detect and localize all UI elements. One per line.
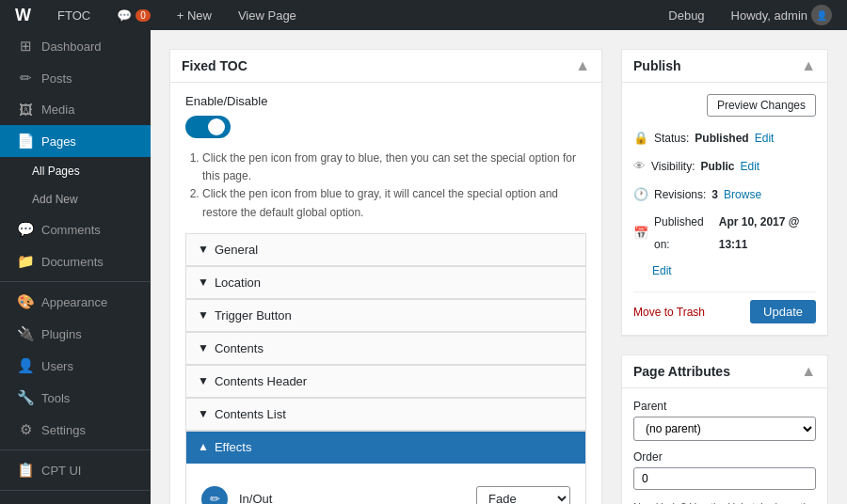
accordion-location: ▼ Location [185, 266, 586, 300]
users-icon: 👤 [17, 357, 34, 374]
accordion-contents-list-arrow: ▼ [198, 407, 209, 420]
instruction-2: Click the pen icon from blue to gray, it… [202, 185, 586, 221]
order-field: Order [633, 450, 816, 490]
status-icon: 🔒 [633, 126, 648, 150]
accordion-location-arrow: ▼ [198, 276, 209, 289]
publish-title: Publish [633, 58, 681, 73]
sidebar-item-comments[interactable]: 💬 Comments [0, 213, 151, 245]
help-text: Need help? Use the Help tab above the sc… [633, 499, 816, 504]
site-name[interactable]: FTOC [50, 0, 98, 30]
visibility-row: 👁 Visibility: Public Edit [633, 154, 816, 179]
sidebar-item-all-pages[interactable]: All Pages [0, 157, 151, 185]
postbox-toggle-button[interactable]: ▲ [575, 57, 590, 74]
accordion-contents-arrow: ▼ [198, 341, 209, 354]
accordion-contents-list: ▼ Contents List [185, 398, 586, 432]
status-edit-link[interactable]: Edit [755, 127, 775, 150]
publish-actions: Preview Changes [633, 94, 816, 117]
accordion-contents-list-header[interactable]: ▼ Contents List [186, 399, 585, 431]
admin-bar: W FTOC 💬 0 + New View Page Debug Howdy, … [0, 0, 847, 30]
enable-label: Enable/Disable [185, 94, 586, 108]
toc-instructions: Click the pen icon from gray to blue, th… [185, 150, 586, 222]
sidebar-item-dashboard[interactable]: ⊞ Dashboard [0, 30, 151, 62]
inout-icon: ✏ [201, 486, 228, 504]
inout-select[interactable]: Fade Slide None [476, 486, 570, 504]
accordion-effects: ▲ Effects ✏ In/Out Fade Slide [185, 431, 586, 504]
page-attributes-title: Page Attributes [633, 364, 730, 379]
move-to-trash-link[interactable]: Move to Trash [633, 306, 705, 319]
accordion-contents: ▼ Contents [185, 332, 586, 366]
fixed-toc-title: Fixed TOC [182, 58, 248, 73]
publish-meta: 🔒 Status: Published Edit 👁 Visibility: P… [633, 126, 816, 282]
page-attributes-toggle[interactable]: ▲ [801, 363, 816, 380]
accordion-effects-arrow: ▲ [198, 440, 209, 453]
accordion-trigger-button: ▼ Trigger Button [185, 299, 586, 333]
parent-select[interactable]: (no parent) [633, 417, 816, 441]
wp-logo[interactable]: W [8, 0, 39, 30]
enable-toggle[interactable] [185, 116, 231, 138]
howdy-user[interactable]: Howdy, admin 👤 [724, 0, 839, 30]
accordion-contents-header[interactable]: ▼ Contents [186, 333, 585, 365]
sidebar-item-cpt-ui[interactable]: 📋 CPT UI [0, 454, 151, 486]
revisions-browse-link[interactable]: Browse [724, 183, 761, 206]
accordion-trigger-arrow: ▼ [198, 308, 209, 322]
accordion-general-arrow: ▼ [198, 243, 209, 256]
sidebar: ⊞ Dashboard ✏ Posts 🖼 Media 📄 Pages All … [0, 30, 151, 504]
plugins-icon: 🔌 [17, 325, 34, 342]
toggle-wrapper [185, 116, 586, 138]
parent-label: Parent [633, 400, 816, 413]
parent-field: Parent (no parent) [633, 400, 816, 441]
publish-box: Publish ▲ Preview Changes 🔒 Status: Publ… [621, 49, 828, 336]
publish-footer: Move to Trash Update [633, 291, 816, 323]
accordion-contents-header-header[interactable]: ▼ Contents Header [186, 366, 585, 398]
sidebar-item-tools[interactable]: 🔧 Tools [0, 382, 151, 414]
sidebar-item-posts[interactable]: ✏ Posts [0, 62, 151, 94]
accordion-effects-header[interactable]: ▲ Effects [186, 432, 585, 464]
update-button[interactable]: Update [750, 300, 816, 323]
fixed-toc-header: Fixed TOC ▲ [170, 50, 601, 83]
posts-icon: ✏ [17, 70, 34, 87]
calendar-icon: 📅 [633, 221, 648, 245]
comments-count[interactable]: 💬 0 [109, 0, 158, 30]
right-sidebar: Publish ▲ Preview Changes 🔒 Status: Publ… [621, 49, 828, 504]
inout-label: In/Out [239, 492, 465, 504]
sidebar-item-media[interactable]: 🖼 Media [0, 94, 151, 125]
accordion-general: ▼ General [185, 233, 586, 267]
sidebar-item-pages[interactable]: 📄 Pages [0, 125, 151, 157]
preview-button[interactable]: Preview Changes [707, 94, 816, 117]
accordion-effects-content: ✏ In/Out Fade Slide None ✏ [186, 464, 585, 504]
fixed-toc-box: Fixed TOC ▲ Enable/Disable [169, 49, 602, 504]
toc-body: Enable/Disable Click the pen icon from g… [170, 83, 601, 504]
view-page[interactable]: View Page [231, 0, 304, 30]
revisions-row: 🕐 Revisions: 3 Browse [633, 182, 816, 207]
sidebar-item-add-new[interactable]: Add New [0, 185, 151, 213]
order-label: Order [633, 450, 816, 464]
accordion-general-header[interactable]: ▼ General [186, 234, 585, 266]
published-on-row: 📅 Published on: Apr 10, 2017 @ 13:11 [633, 211, 816, 256]
sidebar-item-appearance[interactable]: 🎨 Appearance [0, 286, 151, 318]
new-content[interactable]: + New [169, 0, 219, 30]
debug-link[interactable]: Debug [661, 0, 711, 30]
tools-icon: 🔧 [17, 389, 34, 406]
sidebar-item-documents[interactable]: 📁 Documents [0, 245, 151, 277]
documents-icon: 📁 [17, 253, 34, 270]
accordion-contents-header-arrow: ▼ [198, 374, 209, 387]
sidebar-item-settings[interactable]: ⚙ Settings [0, 414, 151, 446]
page-attributes-box: Page Attributes ▲ Parent (no parent) Ord… [621, 354, 828, 504]
dashboard-icon: ⊞ [17, 38, 34, 55]
collapse-menu-button[interactable]: « Collapse menu [0, 495, 151, 504]
sidebar-item-plugins[interactable]: 🔌 Plugins [0, 318, 151, 350]
published-edit-link[interactable]: Edit [652, 264, 672, 277]
visibility-edit-link[interactable]: Edit [740, 155, 759, 178]
revisions-icon: 🕐 [633, 182, 648, 207]
page-attributes-inner: Parent (no parent) Order Need help? Use … [622, 388, 827, 504]
accordion-trigger-button-header[interactable]: ▼ Trigger Button [186, 300, 585, 332]
accordion-location-header[interactable]: ▼ Location [186, 267, 585, 299]
page-attributes-header: Page Attributes ▲ [622, 355, 827, 388]
media-icon: 🖼 [17, 102, 34, 118]
instruction-1: Click the pen icon from gray to blue, th… [202, 150, 586, 185]
status-row: 🔒 Status: Published Edit [633, 126, 816, 150]
publish-toggle-button[interactable]: ▲ [801, 57, 816, 74]
comments-icon: 💬 [17, 221, 34, 238]
order-input[interactable] [633, 467, 816, 490]
sidebar-item-users[interactable]: 👤 Users [0, 350, 151, 382]
